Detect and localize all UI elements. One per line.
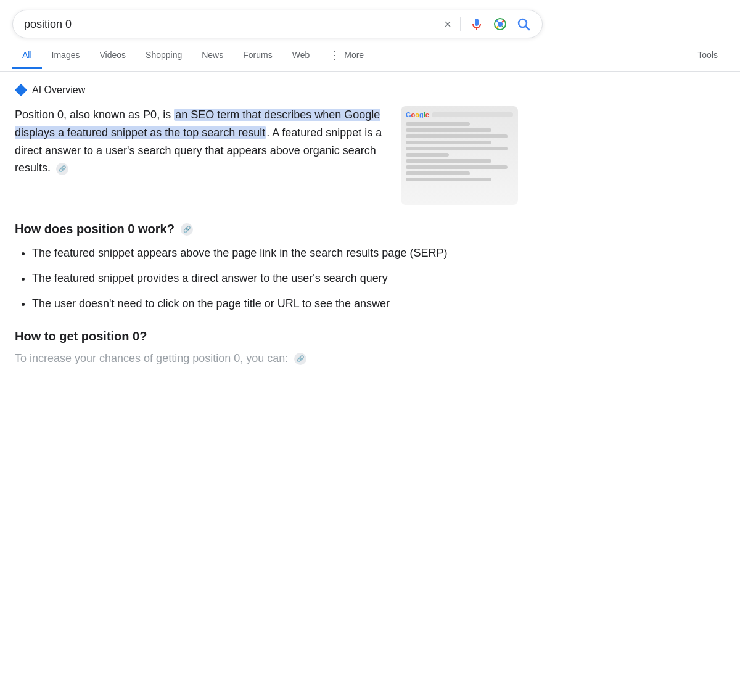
link-icon-3[interactable]: 🔗 (294, 353, 306, 365)
nav-tabs: All Images Videos Shopping News Forums W… (0, 41, 740, 72)
bullet-list: The featured snippet appears above the p… (15, 245, 518, 312)
ai-text-area: Position 0, also known as P0, is an SEO … (15, 106, 388, 205)
svg-point-1 (498, 22, 503, 27)
tab-news[interactable]: News (192, 43, 233, 69)
thumb-line-3 (406, 134, 508, 138)
search-icon[interactable] (516, 17, 531, 31)
intro-before: Position 0, also known as P0, is (15, 109, 174, 121)
thumb-google-logo: Google (406, 111, 429, 118)
ai-overview-label: AI Overview (15, 84, 518, 96)
thumb-line-4 (406, 141, 491, 144)
thumb-line-5 (406, 147, 508, 150)
section1-heading: How does position 0 work? 🔗 (15, 222, 518, 236)
clear-icon[interactable]: × (444, 17, 451, 31)
link-icon-2[interactable]: 🔗 (181, 223, 193, 236)
thumb-line-10 (406, 178, 491, 181)
tab-forums[interactable]: Forums (233, 43, 282, 69)
tab-shopping[interactable]: Shopping (136, 43, 192, 69)
link-icon-1[interactable]: 🔗 (56, 163, 68, 175)
search-bar: × (12, 10, 543, 38)
svg-line-3 (526, 27, 530, 30)
thumbnail-inner: Google (401, 106, 518, 205)
thumb-line-1 (406, 122, 470, 126)
tab-images[interactable]: Images (42, 43, 90, 69)
tab-videos[interactable]: Videos (89, 43, 136, 69)
tab-more[interactable]: ⋮ More (319, 41, 374, 71)
thumb-lines (406, 122, 513, 181)
more-dots-icon: ⋮ (329, 48, 340, 62)
search-input[interactable] (24, 18, 444, 31)
faded-text: To increase your chances of getting posi… (15, 352, 518, 365)
thumb-search-bar (432, 112, 513, 117)
section2-heading: How to get position 0? (15, 329, 518, 344)
thumb-line-2 (406, 128, 491, 132)
thumb-line-8 (406, 165, 508, 169)
ai-thumbnail[interactable]: Google (401, 106, 518, 205)
divider (460, 17, 461, 31)
ai-content: Position 0, also known as P0, is an SEO … (15, 106, 518, 205)
main-content: AI Overview Position 0, also known as P0… (0, 72, 530, 377)
tab-all[interactable]: All (12, 43, 42, 69)
ai-overview-title: AI Overview (32, 84, 85, 96)
bullet-item-2: The featured snippet provides a direct a… (32, 270, 518, 287)
tab-tools[interactable]: Tools (688, 43, 728, 69)
thumb-line-9 (406, 171, 470, 175)
ai-intro-text: Position 0, also known as P0, is an SEO … (15, 106, 388, 177)
search-icons: × (444, 17, 531, 31)
thumb-header: Google (406, 111, 513, 118)
bullet-item-1: The featured snippet appears above the p… (32, 245, 518, 261)
tab-web[interactable]: Web (282, 43, 320, 69)
thumb-line-7 (406, 159, 491, 163)
search-bar-area: × (0, 0, 740, 38)
ai-diamond-icon (15, 84, 27, 96)
mic-icon[interactable] (469, 17, 484, 31)
lens-icon[interactable] (493, 17, 508, 31)
thumb-line-6 (406, 153, 449, 157)
bullet-item-3: The user doesn't need to click on the pa… (32, 295, 518, 312)
